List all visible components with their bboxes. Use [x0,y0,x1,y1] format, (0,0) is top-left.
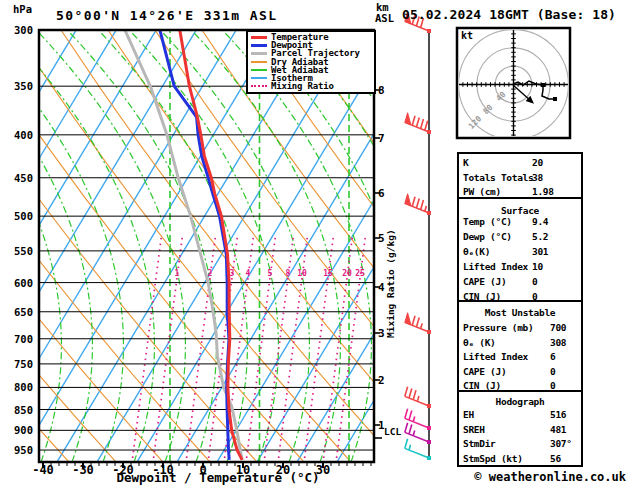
legend-box: TemperatureDewpointParcel TrajectoryDry … [246,30,376,94]
table-row-label: Temp (°C) [463,216,512,227]
dewpoint-legend-swatch [251,44,267,47]
table-row-value: 9.4 [532,216,548,227]
wind-barb-base-dot [427,440,431,444]
isotherm-line [17,30,276,462]
temp-tick-label: 20 [265,463,301,477]
pressure-tick-label: 400 [5,129,33,141]
table-row-label: Totals Totals [463,172,533,183]
wind-barb-full [405,409,408,419]
wind-barb [405,423,431,444]
table-row-label: Pressure (mb) [463,322,533,333]
wind-barb-half [425,206,427,211]
pressure-unit-label: hPa [13,3,32,15]
asl-axis-unit-label: ASL [375,12,394,24]
wind-barb-base-dot [427,330,431,334]
wind-barb-full [416,198,419,208]
wind-barb [405,409,431,430]
table-row-label: θₑ (K) [463,337,496,348]
wind-barb-flag [405,113,411,125]
mixing-ratio-line [133,235,162,458]
table-row-value: 308 [550,337,566,348]
wind-barb-base-dot [427,29,431,33]
pressure-tick-label: 700 [5,333,33,345]
table-row-value: 1.98 [532,186,554,197]
table-section-header: Hodograph [459,396,581,407]
table-section-hodograph-stats: HodographEH516SREH481StmDir307°StmSpd (k… [457,390,583,467]
lcl-label: LCL [384,426,401,437]
table-row-value: 6 [550,351,555,362]
temp-tick-label: 10 [225,463,261,477]
wind-barb-base-dot [427,426,431,430]
km-tick-label: 8 [378,84,385,97]
table-row-label: K [463,157,468,168]
table-row-value: 56 [550,453,561,464]
pressure-tick-label: 500 [5,210,33,222]
table-row-value: 38 [532,172,543,183]
mixing-ratio-value-label: 25 [350,269,370,278]
wind-barb-half [417,396,419,401]
dry-adiabat-legend-swatch [251,61,267,63]
wind-barb-full [421,119,424,129]
table-section-header: Most Unstable [459,307,581,318]
km-tick-label: 7 [378,132,385,145]
isotherm-line [217,30,476,462]
wind-barb-full [413,390,416,400]
km-tick-label: 2 [378,374,385,387]
table-row-value: 700 [550,322,566,333]
legend-label: Mixing Ratio [271,82,334,90]
wet-adiabat-line [67,30,216,462]
pressure-tick-label: 300 [5,24,33,36]
wind-barb-half [413,416,415,421]
wind-barb-full [405,387,408,397]
table-row-label: EH [463,409,474,420]
table-section-indices: K20Totals Totals38PW (cm)1.98 [457,152,583,201]
dry-adiabat-line [155,30,492,462]
pressure-tick-label: 650 [5,306,33,318]
wind-barb-full [412,197,415,207]
station-title: 50°00'N 14°26'E 331m ASL [56,8,277,23]
table-section-surface: SurfaceTemp (°C)9.4Dewp (°C)5.2θₑ(K)301L… [457,197,583,304]
wind-barb-full [409,388,412,398]
mixing-ratio-value-label: 5 [260,269,280,278]
pressure-tick-label: 800 [5,381,33,393]
isotherm-legend-swatch [251,77,267,79]
wind-barb-full [425,121,428,131]
wind-barb-full [412,116,415,126]
table-row-value: 5.2 [532,231,548,242]
table-row-value: 0 [532,276,537,287]
temp-tick-label: -20 [105,463,141,477]
table-row-value: 301 [532,246,548,257]
wind-barb-base-dot [427,456,431,460]
plot-border [39,30,374,462]
copyright: © weatheronline.co.uk [474,470,626,484]
table-row-value: 516 [550,409,566,420]
mixing-ratio-axis-label: Mixing Ratio (g/kg) [385,229,396,338]
temp-tick-label: 0 [185,463,221,477]
table-section-header: Surface [459,205,581,216]
wind-barb-base-dot [427,404,431,408]
table-row-label: PW (cm) [463,186,501,197]
wind-barb-full [409,410,412,420]
mixing-ratio-value-label: 4 [238,269,258,278]
legend-row: Mixing Ratio [248,82,374,90]
wet-adiabat-legend-swatch [251,69,267,71]
km-tick-label: 3 [378,327,385,340]
pressure-tick-label: 450 [5,172,33,184]
wind-barb-base-dot [427,211,431,215]
temp-tick-label: 30 [305,463,341,477]
table-row-label: CAPE (J) [463,276,506,287]
mixing-ratio-value-label: 2 [200,269,220,278]
wind-barb-full [416,117,419,127]
mixing-ratio-value-label: 10 [292,269,312,278]
table-row-value: 0 [550,366,555,377]
pressure-tick-label: 550 [5,245,33,257]
pressure-tick-label: 750 [5,358,33,370]
table-row-value: 20 [532,157,543,168]
pressure-tick-label: 900 [5,424,33,436]
dry-adiabat-line [14,30,351,462]
pressure-tick-label: 950 [5,444,33,456]
table-row-value: 307° [550,438,572,449]
km-tick-label: 1 [378,419,385,432]
temp-tick-label: -40 [25,463,61,477]
wind-barb [405,387,431,408]
